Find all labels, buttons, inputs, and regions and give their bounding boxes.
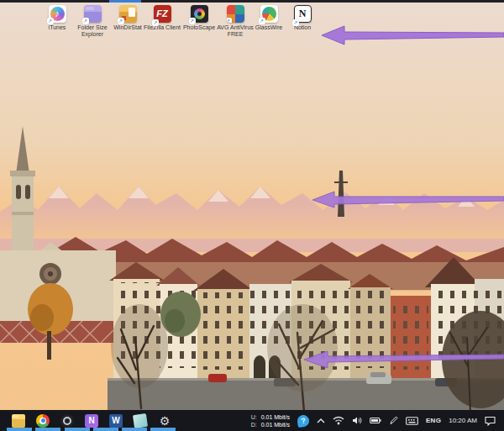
- app-underline: [150, 428, 176, 431]
- chrome-icon[interactable]: [36, 414, 50, 428]
- settings-gear-icon[interactable]: ⚙: [158, 414, 171, 428]
- desktop-icon-label: AVG AntiVirus FREE: [217, 24, 254, 38]
- photos-app-icon[interactable]: [133, 413, 148, 428]
- photoscape-icon: ↗: [191, 5, 208, 23]
- clock[interactable]: 10:20 AM: [449, 417, 477, 424]
- action-center-icon[interactable]: [485, 416, 496, 426]
- shortcut-arrow-icon: ↗: [82, 18, 89, 24]
- running-app-indicators: [0, 428, 504, 431]
- mosaic-tile: [227, 5, 236, 14]
- top-edge-strip: [0, 0, 504, 3]
- app-underline: [7, 428, 32, 431]
- pen-icon[interactable]: [389, 416, 398, 425]
- desktop-icon-label: Folder Size Explorer: [74, 24, 111, 38]
- wifi-icon[interactable]: [333, 416, 344, 425]
- taskbar: N W ⚙ U: D: 0.01 Mbit/s 0.01 Mbit/s ?: [0, 410, 504, 431]
- desktop-icon-label: PhotoScape: [181, 24, 218, 31]
- upload-label: U:: [251, 413, 257, 421]
- glasswire-icon: ↗: [260, 5, 278, 23]
- desktop-icon-windirstat[interactable]: ↗ WinDirStat: [109, 5, 146, 31]
- desktop-icon-avg-antivirus[interactable]: ↗ AVG AntiVirus FREE: [217, 5, 254, 38]
- battery-icon[interactable]: [370, 417, 381, 424]
- shortcut-arrow-icon: ↗: [47, 18, 54, 24]
- desktop-icon-label: iTunes: [39, 24, 76, 31]
- help-drop-icon[interactable]: ?: [297, 414, 310, 428]
- itunes-icon: ♪ ↗: [49, 5, 66, 23]
- file-explorer-icon[interactable]: [12, 414, 25, 428]
- chrome-center: [41, 418, 45, 423]
- shortcut-arrow-icon: ↗: [259, 18, 265, 24]
- touch-keyboard-icon[interactable]: [406, 417, 418, 425]
- desktop-screen: ♪ ↗ iTunes ↗ Folder Size Explorer ↗ WinD…: [0, 0, 504, 431]
- top-edge-accent: [109, 0, 141, 3]
- folder-size-explorer-icon: ↗: [84, 5, 102, 23]
- color-swirl-center: [197, 12, 202, 16]
- shortcut-arrow-icon: ↗: [152, 19, 159, 26]
- mosaic-tile: [235, 14, 244, 24]
- desktop-icon-notion[interactable]: N ↗ Notion: [284, 5, 321, 31]
- desktop-icon-folder-size-explorer[interactable]: ↗ Folder Size Explorer: [74, 5, 111, 38]
- language-indicator[interactable]: ENG: [426, 417, 441, 424]
- desktop-icon-glasswire[interactable]: ↗ GlassWire: [250, 5, 287, 31]
- shortcut-arrow-icon: ↗: [227, 18, 232, 23]
- word-icon[interactable]: W: [109, 414, 123, 428]
- ring-glyph: [63, 417, 71, 425]
- shortcut-arrow-icon: ↗: [118, 18, 124, 24]
- avg-antivirus-icon: ↗: [227, 5, 244, 23]
- app-underline: [122, 428, 147, 431]
- dark-ring-app-icon[interactable]: [60, 414, 74, 428]
- desktop-icon-photoscape[interactable]: ↗ PhotoScape: [181, 5, 218, 31]
- mosaic-tile: [235, 5, 244, 14]
- desktop-icon-label: GlassWire: [250, 24, 287, 31]
- volume-icon[interactable]: [352, 416, 362, 425]
- shortcut-arrow-icon: ↗: [292, 19, 299, 26]
- app-underline: [65, 428, 90, 431]
- shortcut-arrow-icon: ↗: [189, 18, 196, 24]
- folder-page: [129, 8, 135, 17]
- windirstat-icon: ↗: [119, 5, 137, 23]
- show-hidden-icons-chevron[interactable]: [317, 418, 325, 424]
- desktop-icon-label: FileZilla Client: [144, 24, 181, 31]
- desktop-icon-label: WinDirStat: [109, 24, 146, 31]
- notion-taskbar-icon[interactable]: N: [85, 414, 98, 428]
- upload-value: 0.01 Mbit/s: [261, 413, 290, 421]
- folder-flap: [86, 7, 94, 10]
- wallpaper-image: [0, 0, 504, 431]
- desktop-icon-label: Notion: [284, 24, 321, 31]
- network-speed-monitor[interactable]: U: D: 0.01 Mbit/s 0.01 Mbit/s: [251, 413, 290, 428]
- folder-flap: [13, 415, 18, 418]
- desktop-icon-itunes[interactable]: ♪ ↗ iTunes: [39, 5, 76, 31]
- app-underline: [35, 428, 60, 431]
- app-underline: [93, 428, 118, 431]
- desktop-icon-filezilla[interactable]: FZ ↗ FileZilla Client: [144, 5, 181, 31]
